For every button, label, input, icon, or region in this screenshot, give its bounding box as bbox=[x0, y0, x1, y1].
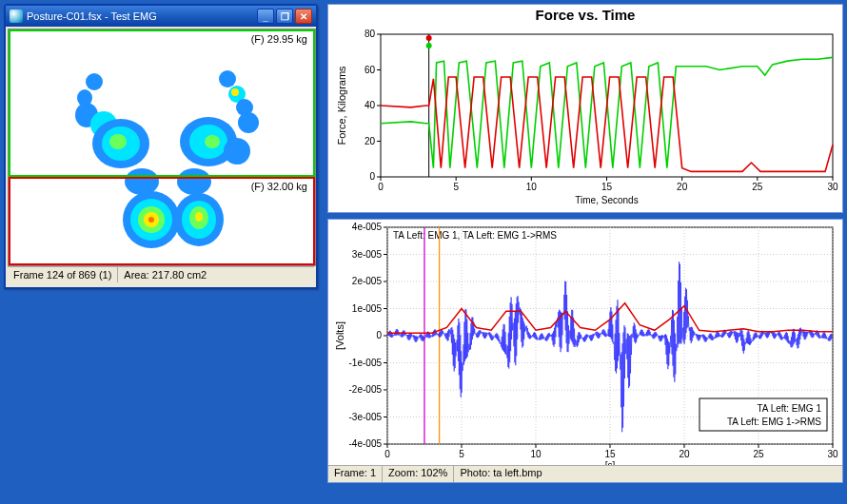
svg-text:20: 20 bbox=[677, 182, 688, 192]
svg-text:[s]: [s] bbox=[605, 460, 616, 465]
svg-text:-4e-005: -4e-005 bbox=[349, 438, 383, 449]
emg-status-frame: Frame: 1 bbox=[328, 466, 383, 482]
svg-text:10: 10 bbox=[526, 182, 538, 192]
posture-title: Posture-C01.fsx - Test EMG bbox=[27, 10, 157, 22]
heel-weight-label: (F) 32.00 kg bbox=[249, 181, 309, 192]
svg-text:15: 15 bbox=[604, 449, 616, 459]
forefoot-weight-label: (F) 29.95 kg bbox=[249, 33, 309, 45]
svg-text:25: 25 bbox=[753, 449, 764, 459]
minimize-button[interactable]: _ bbox=[257, 9, 274, 24]
svg-text:0: 0 bbox=[369, 171, 375, 182]
forefoot-region: (F) 29.95 kg bbox=[9, 29, 315, 177]
emg-status-photo: Photo: ta left.bmp bbox=[454, 466, 547, 482]
svg-text:0: 0 bbox=[384, 449, 390, 459]
svg-text:80: 80 bbox=[364, 29, 376, 39]
emg-statusbar: Frame: 1 Zoom: 102% Photo: ta left.bmp bbox=[328, 465, 842, 482]
emg-chart-panel: -4e-005-3e-005-2e-005-1e-00501e-0052e-00… bbox=[327, 219, 843, 483]
svg-text:25: 25 bbox=[752, 182, 763, 192]
svg-text:30: 30 bbox=[827, 182, 838, 192]
svg-text:TA Left: EMG 1, TA Left: EMG 1: TA Left: EMG 1, TA Left: EMG 1->RMS bbox=[393, 230, 557, 241]
svg-text:-1e-005: -1e-005 bbox=[349, 358, 383, 368]
maximize-button[interactable]: ❐ bbox=[276, 9, 293, 24]
svg-text:1e-005: 1e-005 bbox=[352, 303, 383, 314]
posture-titlebar[interactable]: Posture-C01.fsx - Test EMG _ ❐ ✕ bbox=[6, 6, 316, 27]
svg-text:0: 0 bbox=[378, 182, 384, 192]
svg-text:5: 5 bbox=[453, 182, 459, 192]
svg-text:TA Left: EMG 1: TA Left: EMG 1 bbox=[757, 403, 821, 414]
svg-text:40: 40 bbox=[364, 100, 376, 110]
svg-text:TA Left: EMG 1->RMS: TA Left: EMG 1->RMS bbox=[727, 417, 821, 427]
posture-window[interactable]: Posture-C01.fsx - Test EMG _ ❐ ✕ bbox=[4, 4, 318, 289]
force-chart: 020406080051015202530Time, SecondsForce,… bbox=[328, 25, 842, 211]
app-icon bbox=[10, 10, 23, 23]
svg-text:Time, Seconds: Time, Seconds bbox=[575, 195, 638, 205]
svg-text:Force, Kilograms: Force, Kilograms bbox=[336, 66, 347, 145]
svg-text:-3e-005: -3e-005 bbox=[349, 412, 383, 422]
svg-text:3e-005: 3e-005 bbox=[352, 249, 383, 260]
posture-status-frame: Frame 124 of 869 (1) bbox=[8, 267, 118, 282]
svg-text:30: 30 bbox=[827, 449, 838, 459]
posture-canvas: (F) 29.95 kg (F) 32.00 kg bbox=[8, 29, 316, 266]
emg-status-zoom: Zoom: 102% bbox=[383, 466, 454, 482]
force-chart-panel: Force vs. Time 020406080051015202530Time… bbox=[327, 4, 843, 213]
svg-text:[Volts]: [Volts] bbox=[334, 321, 345, 350]
svg-text:0: 0 bbox=[376, 330, 382, 340]
heel-region: (F) 32.00 kg bbox=[9, 177, 315, 265]
force-chart-title: Force vs. Time bbox=[328, 5, 842, 25]
emg-chart: -4e-005-3e-005-2e-005-1e-00501e-0052e-00… bbox=[328, 220, 842, 465]
svg-text:15: 15 bbox=[601, 182, 613, 192]
svg-point-55 bbox=[426, 35, 432, 41]
svg-text:-2e-005: -2e-005 bbox=[349, 384, 383, 395]
svg-text:20: 20 bbox=[364, 136, 376, 146]
svg-point-56 bbox=[426, 43, 432, 48]
svg-text:20: 20 bbox=[679, 449, 690, 459]
svg-text:10: 10 bbox=[530, 449, 542, 459]
svg-text:2e-005: 2e-005 bbox=[352, 276, 383, 286]
svg-text:4e-005: 4e-005 bbox=[352, 222, 383, 232]
posture-statusbar: Frame 124 of 869 (1) Area: 217.80 cm2 bbox=[8, 266, 314, 282]
svg-text:5: 5 bbox=[459, 449, 464, 459]
svg-text:60: 60 bbox=[364, 65, 376, 75]
close-button[interactable]: ✕ bbox=[295, 9, 312, 24]
posture-status-area: Area: 217.80 cm2 bbox=[118, 267, 314, 282]
